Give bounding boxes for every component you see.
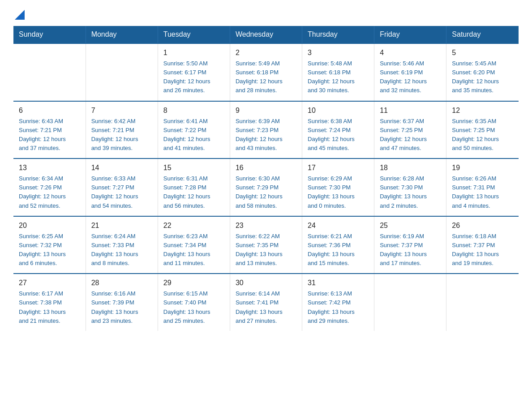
day-number: 2 bbox=[236, 47, 296, 58]
day-number: 21 bbox=[91, 220, 152, 231]
calendar-cell: 19Sunrise: 6:26 AMSunset: 7:31 PMDayligh… bbox=[446, 158, 519, 216]
calendar-cell: 17Sunrise: 6:29 AMSunset: 7:30 PMDayligh… bbox=[302, 158, 374, 216]
calendar-cell: 24Sunrise: 6:21 AMSunset: 7:36 PMDayligh… bbox=[302, 216, 374, 274]
calendar-cell bbox=[13, 43, 86, 101]
calendar-cell bbox=[446, 274, 519, 331]
calendar-cell: 16Sunrise: 6:30 AMSunset: 7:29 PMDayligh… bbox=[230, 158, 302, 216]
day-info: Sunrise: 6:13 AMSunset: 7:42 PMDaylight:… bbox=[308, 289, 369, 325]
week-row-2: 6Sunrise: 6:43 AMSunset: 7:21 PMDaylight… bbox=[13, 101, 519, 159]
week-row-5: 27Sunrise: 6:17 AMSunset: 7:38 PMDayligh… bbox=[13, 274, 519, 331]
calendar-cell: 28Sunrise: 6:16 AMSunset: 7:39 PMDayligh… bbox=[86, 274, 158, 331]
col-header-friday: Friday bbox=[374, 26, 446, 43]
day-number: 15 bbox=[163, 163, 224, 173]
week-row-4: 20Sunrise: 6:25 AMSunset: 7:32 PMDayligh… bbox=[13, 216, 519, 274]
calendar-cell: 22Sunrise: 6:23 AMSunset: 7:34 PMDayligh… bbox=[158, 216, 230, 274]
calendar-cell: 4Sunrise: 5:46 AMSunset: 6:19 PMDaylight… bbox=[374, 43, 446, 101]
calendar-cell: 1Sunrise: 5:50 AMSunset: 6:17 PMDaylight… bbox=[158, 43, 230, 101]
calendar-cell: 25Sunrise: 6:19 AMSunset: 7:37 PMDayligh… bbox=[374, 216, 446, 274]
calendar-cell: 14Sunrise: 6:33 AMSunset: 7:27 PMDayligh… bbox=[86, 158, 158, 216]
day-number: 31 bbox=[308, 278, 369, 288]
day-info: Sunrise: 5:48 AMSunset: 6:18 PMDaylight:… bbox=[308, 59, 369, 95]
calendar-cell: 15Sunrise: 6:31 AMSunset: 7:28 PMDayligh… bbox=[158, 158, 230, 216]
col-header-sunday: Sunday bbox=[13, 26, 86, 43]
logo-triangle-icon bbox=[15, 10, 25, 20]
day-number: 27 bbox=[19, 278, 80, 288]
day-info: Sunrise: 6:23 AMSunset: 7:34 PMDaylight:… bbox=[163, 232, 224, 268]
day-info: Sunrise: 6:21 AMSunset: 7:36 PMDaylight:… bbox=[308, 232, 369, 268]
calendar-cell: 26Sunrise: 6:18 AMSunset: 7:37 PMDayligh… bbox=[446, 216, 519, 274]
day-number: 13 bbox=[19, 163, 80, 173]
day-number: 30 bbox=[236, 278, 296, 288]
day-info: Sunrise: 6:26 AMSunset: 7:31 PMDaylight:… bbox=[452, 174, 513, 210]
day-info: Sunrise: 6:16 AMSunset: 7:39 PMDaylight:… bbox=[91, 289, 152, 325]
day-number: 9 bbox=[236, 105, 296, 116]
day-number: 16 bbox=[236, 163, 296, 173]
day-number: 12 bbox=[452, 105, 513, 116]
calendar-cell: 5Sunrise: 5:45 AMSunset: 6:20 PMDaylight… bbox=[446, 43, 519, 101]
day-number: 10 bbox=[308, 105, 369, 116]
day-info: Sunrise: 6:33 AMSunset: 7:27 PMDaylight:… bbox=[91, 174, 152, 210]
day-number: 19 bbox=[452, 163, 513, 173]
day-number: 29 bbox=[163, 278, 224, 288]
day-number: 22 bbox=[163, 220, 224, 231]
day-number: 18 bbox=[380, 163, 441, 173]
week-row-3: 13Sunrise: 6:34 AMSunset: 7:26 PMDayligh… bbox=[13, 158, 519, 216]
header bbox=[13, 9, 519, 21]
day-info: Sunrise: 6:41 AMSunset: 7:22 PMDaylight:… bbox=[163, 117, 224, 153]
calendar-cell bbox=[86, 43, 158, 101]
calendar-cell: 27Sunrise: 6:17 AMSunset: 7:38 PMDayligh… bbox=[13, 274, 86, 331]
day-info: Sunrise: 6:39 AMSunset: 7:23 PMDaylight:… bbox=[236, 117, 296, 153]
day-info: Sunrise: 6:30 AMSunset: 7:29 PMDaylight:… bbox=[236, 174, 296, 210]
day-info: Sunrise: 6:34 AMSunset: 7:26 PMDaylight:… bbox=[19, 174, 80, 210]
calendar-cell: 11Sunrise: 6:37 AMSunset: 7:25 PMDayligh… bbox=[374, 101, 446, 159]
calendar-cell: 9Sunrise: 6:39 AMSunset: 7:23 PMDaylight… bbox=[230, 101, 302, 159]
day-number: 5 bbox=[452, 47, 513, 58]
svg-marker-0 bbox=[15, 10, 25, 20]
col-header-thursday: Thursday bbox=[302, 26, 374, 43]
calendar-cell: 7Sunrise: 6:42 AMSunset: 7:21 PMDaylight… bbox=[86, 101, 158, 159]
day-info: Sunrise: 5:49 AMSunset: 6:18 PMDaylight:… bbox=[236, 59, 296, 95]
day-number: 26 bbox=[452, 220, 513, 231]
calendar-cell bbox=[374, 274, 446, 331]
day-info: Sunrise: 6:37 AMSunset: 7:25 PMDaylight:… bbox=[380, 117, 441, 153]
calendar-cell: 10Sunrise: 6:38 AMSunset: 7:24 PMDayligh… bbox=[302, 101, 374, 159]
day-headers-row: SundayMondayTuesdayWednesdayThursdayFrid… bbox=[13, 26, 519, 43]
logo bbox=[13, 9, 25, 21]
calendar-cell: 8Sunrise: 6:41 AMSunset: 7:22 PMDaylight… bbox=[158, 101, 230, 159]
day-info: Sunrise: 5:50 AMSunset: 6:17 PMDaylight:… bbox=[163, 59, 224, 95]
day-info: Sunrise: 6:15 AMSunset: 7:40 PMDaylight:… bbox=[163, 289, 224, 325]
day-info: Sunrise: 6:38 AMSunset: 7:24 PMDaylight:… bbox=[308, 117, 369, 153]
day-number: 28 bbox=[91, 278, 152, 288]
day-number: 17 bbox=[308, 163, 369, 173]
calendar-header: SundayMondayTuesdayWednesdayThursdayFrid… bbox=[13, 26, 519, 43]
day-number: 3 bbox=[308, 47, 369, 58]
day-info: Sunrise: 6:31 AMSunset: 7:28 PMDaylight:… bbox=[163, 174, 224, 210]
day-info: Sunrise: 6:18 AMSunset: 7:37 PMDaylight:… bbox=[452, 232, 513, 268]
day-info: Sunrise: 5:46 AMSunset: 6:19 PMDaylight:… bbox=[380, 59, 441, 95]
day-number: 24 bbox=[308, 220, 369, 231]
col-header-monday: Monday bbox=[86, 26, 158, 43]
day-info: Sunrise: 6:22 AMSunset: 7:35 PMDaylight:… bbox=[236, 232, 296, 268]
day-number: 8 bbox=[163, 105, 224, 116]
day-number: 7 bbox=[91, 105, 152, 116]
calendar-cell: 3Sunrise: 5:48 AMSunset: 6:18 PMDaylight… bbox=[302, 43, 374, 101]
day-info: Sunrise: 6:28 AMSunset: 7:30 PMDaylight:… bbox=[380, 174, 441, 210]
day-number: 25 bbox=[380, 220, 441, 231]
calendar-cell: 20Sunrise: 6:25 AMSunset: 7:32 PMDayligh… bbox=[13, 216, 86, 274]
day-info: Sunrise: 6:17 AMSunset: 7:38 PMDaylight:… bbox=[19, 289, 80, 325]
day-info: Sunrise: 6:19 AMSunset: 7:37 PMDaylight:… bbox=[380, 232, 441, 268]
calendar-cell: 13Sunrise: 6:34 AMSunset: 7:26 PMDayligh… bbox=[13, 158, 86, 216]
day-info: Sunrise: 5:45 AMSunset: 6:20 PMDaylight:… bbox=[452, 59, 513, 95]
col-header-saturday: Saturday bbox=[446, 26, 519, 43]
day-number: 20 bbox=[19, 220, 80, 231]
calendar-cell: 31Sunrise: 6:13 AMSunset: 7:42 PMDayligh… bbox=[302, 274, 374, 331]
day-info: Sunrise: 6:35 AMSunset: 7:25 PMDaylight:… bbox=[452, 117, 513, 153]
day-info: Sunrise: 6:25 AMSunset: 7:32 PMDaylight:… bbox=[19, 232, 80, 268]
calendar-cell: 30Sunrise: 6:14 AMSunset: 7:41 PMDayligh… bbox=[230, 274, 302, 331]
calendar-cell: 21Sunrise: 6:24 AMSunset: 7:33 PMDayligh… bbox=[86, 216, 158, 274]
calendar-cell: 18Sunrise: 6:28 AMSunset: 7:30 PMDayligh… bbox=[374, 158, 446, 216]
day-info: Sunrise: 6:14 AMSunset: 7:41 PMDaylight:… bbox=[236, 289, 296, 325]
col-header-tuesday: Tuesday bbox=[158, 26, 230, 43]
day-number: 11 bbox=[380, 105, 441, 116]
col-header-wednesday: Wednesday bbox=[230, 26, 302, 43]
